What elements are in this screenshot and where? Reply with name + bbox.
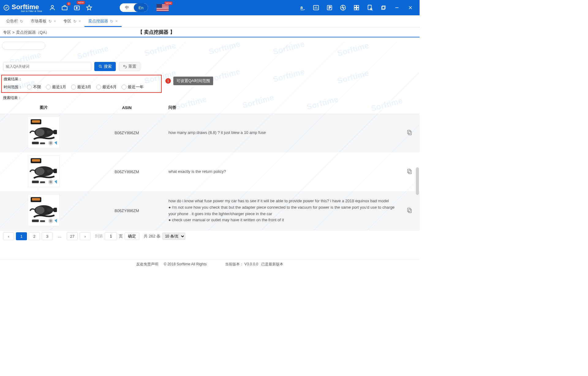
results-label: 搜索结果： <box>4 77 159 82</box>
svg-text:a: a <box>300 5 303 10</box>
asin-cell: B06ZY896ZM <box>88 152 166 191</box>
product-thumbnail[interactable] <box>28 194 60 226</box>
badge-count: 0 <box>67 2 71 6</box>
filter-pill[interactable] <box>2 42 45 50</box>
goto-page-input[interactable] <box>105 232 117 240</box>
svg-rect-12 <box>357 8 359 10</box>
brand-name: Sorftime <box>12 3 39 11</box>
svg-point-1 <box>51 6 54 8</box>
footer-bar: 反盗免责声明 © 2018 Sorftime All Rights 当前版本： … <box>0 260 420 268</box>
total-count: 共 262 条 <box>144 234 160 239</box>
svg-rect-26 <box>408 208 410 212</box>
results-label-2: 搜索结果： <box>0 94 420 102</box>
table-row: B06ZY896ZM what exactly is the return po… <box>0 152 420 191</box>
briefcase-icon[interactable]: 0 <box>60 3 70 13</box>
reset-button[interactable]: 重置 <box>119 62 140 71</box>
search-icon <box>98 64 103 69</box>
refresh-icon[interactable]: ↻ <box>110 19 113 24</box>
park-icon[interactable]: P <box>325 3 334 13</box>
goto-confirm-button[interactable]: 确定 <box>125 233 139 240</box>
per-page-select[interactable]: 10 条/页 <box>162 233 185 240</box>
tab-bulletin[interactable]: 公告栏 ↻ <box>2 15 27 27</box>
tab-close-icon[interactable]: × <box>78 19 81 24</box>
svg-rect-2 <box>62 6 67 10</box>
page-number-button: ... <box>55 232 65 240</box>
tab-market-board[interactable]: 市场看板 ↻ × <box>27 15 60 27</box>
copy-icon[interactable] <box>406 171 413 176</box>
version-latest: 已是最新版本 <box>261 262 283 266</box>
lang-en-button[interactable]: En <box>134 3 148 12</box>
refresh-icon[interactable]: ↻ <box>73 19 77 24</box>
time-option-3m[interactable]: 最近3月 <box>71 84 91 90</box>
tab-label: 专区 <box>63 18 71 24</box>
page-number-button[interactable]: 2 <box>29 232 40 240</box>
qa-keyword-input[interactable] <box>3 62 91 71</box>
pulse-icon[interactable] <box>338 3 348 13</box>
copy-icon[interactable] <box>406 132 413 137</box>
language-toggle[interactable]: 中 En <box>120 3 148 12</box>
col-asin: ASIN <box>88 102 166 113</box>
time-option-1y[interactable]: 最近一年 <box>122 84 144 90</box>
page-prev-button[interactable]: ‹ <box>3 232 14 240</box>
page-number-button[interactable]: 27 <box>67 232 78 240</box>
page-number-button[interactable]: 1 <box>16 232 27 240</box>
user-icon[interactable] <box>47 3 57 13</box>
close-icon[interactable] <box>405 3 415 13</box>
product-thumbnail[interactable] <box>28 116 60 148</box>
disclaimer-link[interactable]: 反盗免责声明 <box>136 262 158 266</box>
time-filter-highlight: 搜索结果： 时间范围： 不限 最近1月 最近3月 最近6月 最近一年 <box>1 75 162 93</box>
version-label: 当前版本： <box>225 262 243 266</box>
windows-icon[interactable] <box>379 3 388 13</box>
time-option-6m[interactable]: 最近6月 <box>96 84 116 90</box>
tab-label: 市场看板 <box>31 18 47 24</box>
breadcrumb: 专区 > 卖点挖掘器（QA） <box>3 30 138 35</box>
grid-icon[interactable] <box>352 3 361 13</box>
breadcrumb-current: 卖点挖掘器（QA） <box>16 30 50 35</box>
pagination: ‹ 123...27 › 到第 页 确定 共 262 条 10 条/页 <box>0 230 420 242</box>
tab-close-icon[interactable]: × <box>54 19 56 24</box>
topbar: Sorftime Sort & Filter & Time 0 NEW 中 En… <box>0 0 420 15</box>
asin-cell: B06ZY896ZM <box>88 113 166 152</box>
chart-icon[interactable] <box>311 3 321 13</box>
time-option-unlimited[interactable]: 不限 <box>27 84 41 90</box>
refresh-icon[interactable]: ↻ <box>48 19 52 24</box>
logo[interactable]: Sorftime Sort & Filter & Time <box>3 3 42 13</box>
svg-line-21 <box>101 67 102 68</box>
minimize-icon[interactable] <box>392 3 402 13</box>
video-icon[interactable]: NEW <box>72 3 82 13</box>
tab-selling-point[interactable]: 卖点挖掘器 ↻ × <box>85 15 121 27</box>
product-thumbnail[interactable] <box>28 155 60 187</box>
svg-point-20 <box>99 65 101 67</box>
callout-number: 1 <box>165 78 171 84</box>
time-option-1m[interactable]: 最近1月 <box>46 84 66 90</box>
page-next-button[interactable]: › <box>80 232 91 240</box>
tab-close-icon[interactable]: × <box>115 19 118 24</box>
svg-rect-13 <box>368 5 371 10</box>
new-badge: NEW <box>164 2 173 5</box>
breadcrumb-root[interactable]: 专区 <box>3 30 11 35</box>
page-number-button[interactable]: 3 <box>42 232 53 240</box>
svg-rect-24 <box>408 169 410 173</box>
svg-rect-23 <box>409 131 411 135</box>
lang-zh-button[interactable]: 中 <box>120 3 134 12</box>
callout-text: 可设置QA时间范围 <box>173 77 213 85</box>
refresh-icon[interactable]: ↻ <box>20 19 23 24</box>
amazon-icon[interactable]: a <box>298 3 307 13</box>
page-title: 【 卖点挖掘器 】 <box>138 29 175 36</box>
doc-search-icon[interactable] <box>365 3 375 13</box>
copy-icon[interactable] <box>406 210 413 215</box>
svg-rect-22 <box>408 130 410 134</box>
brand-tagline: Sort & Filter & Time <box>21 10 42 13</box>
tab-zone[interactable]: 专区 ↻ × <box>60 15 85 27</box>
qa-cell: what exactly is the return policy? <box>166 152 399 191</box>
tabs-row: 公告栏 ↻ 市场看板 ↻ × 专区 ↻ × 卖点挖掘器 ↻ × <box>0 15 420 27</box>
new-badge: NEW <box>77 1 85 4</box>
svg-rect-10 <box>357 6 359 7</box>
search-button[interactable]: 搜索 <box>94 62 116 71</box>
vertical-scrollbar-thumb[interactable] <box>416 167 419 195</box>
table-row: B06ZY896ZM how many amp draws (8.8) ? it… <box>0 113 420 152</box>
goto-label: 到第 <box>95 234 103 239</box>
star-icon[interactable] <box>84 3 94 13</box>
flag-us-icon[interactable]: NEW <box>156 4 169 11</box>
callout-annotation: 1 可设置QA时间范围 <box>165 77 213 85</box>
